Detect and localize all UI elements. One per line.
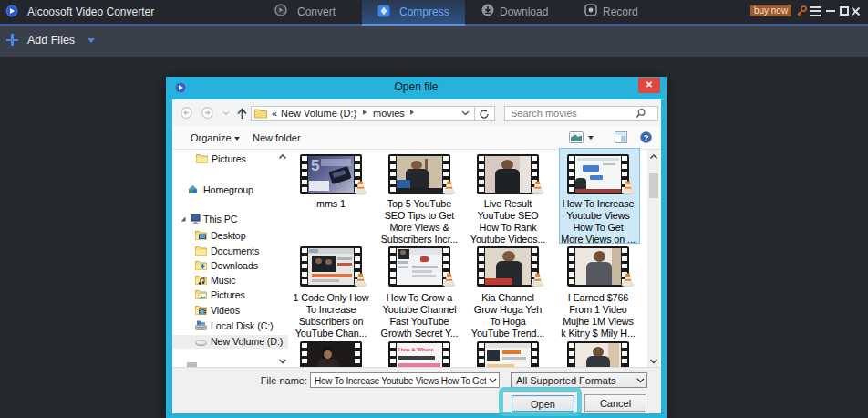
svg-text:?: ?: [644, 133, 649, 142]
